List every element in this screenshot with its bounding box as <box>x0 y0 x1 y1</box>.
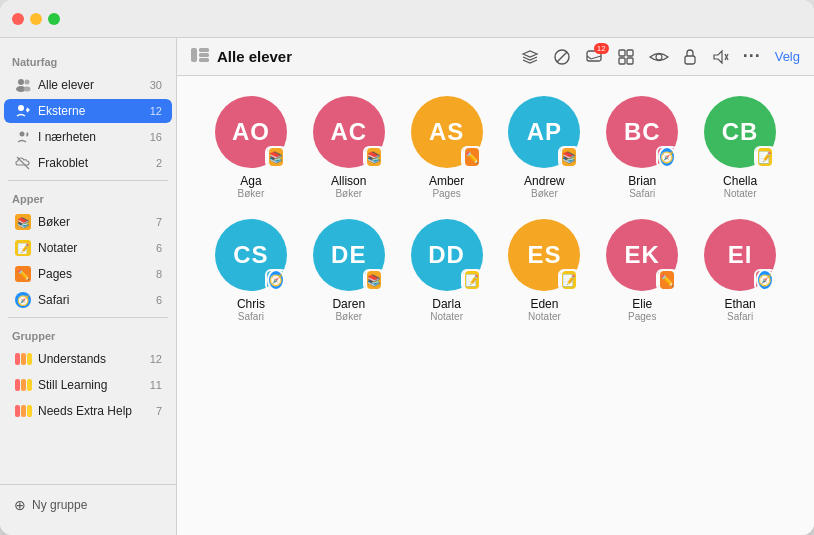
minimize-button[interactable] <box>30 13 42 25</box>
sidebar-bottom: ⊕ Ny gruppe <box>0 484 176 525</box>
main-content: Naturfag Alle elever 30 <box>0 38 814 535</box>
svg-rect-7 <box>191 48 197 62</box>
app-badge-icon: 📚 <box>265 146 287 168</box>
slash-circle-icon[interactable] <box>553 48 571 66</box>
sidebar-item-label: Notater <box>38 241 152 255</box>
app-badge-icon: ✏️ <box>656 269 678 291</box>
app-badge-icon: 📚 <box>363 269 385 291</box>
sidebar-item-understands[interactable]: Understands 12 <box>4 347 172 371</box>
student-card[interactable]: ES 📝 Eden Notater <box>501 219 589 322</box>
page-title: Alle elever <box>217 48 292 65</box>
student-name: Andrew <box>524 174 565 188</box>
student-name: Aga <box>240 174 261 188</box>
student-app: Bøker <box>335 311 362 322</box>
sidebar-item-label: Safari <box>38 293 152 307</box>
student-name: Eden <box>530 297 558 311</box>
sidebar-item-safari[interactable]: 🧭 Safari 6 <box>4 288 172 312</box>
grid-icon[interactable] <box>617 48 635 66</box>
student-app: Pages <box>628 311 656 322</box>
student-name: Amber <box>429 174 464 188</box>
app-badge-icon: 📝 <box>754 146 776 168</box>
close-button[interactable] <box>12 13 24 25</box>
sidebar-item-alle-elever[interactable]: Alle elever 30 <box>4 73 172 97</box>
sidebar-item-eksterne[interactable]: Eksterne 12 <box>4 99 172 123</box>
sidebar-item-count: 6 <box>156 242 162 254</box>
student-card[interactable]: BC 🧭 Brian Safari <box>598 96 686 199</box>
eye-icon[interactable] <box>649 50 669 64</box>
avatar-wrap: CS 🧭 <box>215 219 287 291</box>
layers-icon[interactable] <box>521 48 539 66</box>
student-card[interactable]: EI 🧭 Ethan Safari <box>696 219 784 322</box>
sidebar-item-still-learning[interactable]: Still Learning 11 <box>4 373 172 397</box>
avatar-wrap: EK ✏️ <box>606 219 678 291</box>
sidebar-item-i-naerheten[interactable]: I nærheten 16 <box>4 125 172 149</box>
student-name: Brian <box>628 174 656 188</box>
maximize-button[interactable] <box>48 13 60 25</box>
sidebar-divider-2 <box>8 317 168 318</box>
sidebar-item-label: Understands <box>38 352 146 366</box>
app-badge-icon: ✏️ <box>461 146 483 168</box>
student-name: Darla <box>432 297 461 311</box>
student-name: Chella <box>723 174 757 188</box>
sidebar-item-boker[interactable]: 📚 Bøker 7 <box>4 210 172 234</box>
avatar-wrap: AO 📚 <box>215 96 287 168</box>
sidebar-item-label: I nærheten <box>38 130 146 144</box>
avatar-wrap: CB 📝 <box>704 96 776 168</box>
student-app: Safari <box>629 188 655 199</box>
person-group-icon <box>14 76 32 94</box>
student-card[interactable]: AO 📚 Aga Bøker <box>207 96 295 199</box>
sidebar-item-label: Alle elever <box>38 78 146 92</box>
student-card[interactable]: CB 📝 Chella Notater <box>696 96 784 199</box>
student-app: Pages <box>432 188 460 199</box>
app-badge-icon: 🧭 <box>265 269 287 291</box>
student-app: Notater <box>528 311 561 322</box>
student-card[interactable]: DE 📚 Daren Bøker <box>305 219 393 322</box>
app-badge-icon: 📚 <box>558 146 580 168</box>
velg-button[interactable]: Velg <box>775 49 800 64</box>
sidebar-toggle-icon[interactable] <box>191 48 209 65</box>
student-app: Notater <box>430 311 463 322</box>
svg-point-18 <box>656 54 662 60</box>
student-card[interactable]: AC 📚 Allison Bøker <box>305 96 393 199</box>
student-app: Bøker <box>531 188 558 199</box>
avatar-wrap: DE 📚 <box>313 219 385 291</box>
message-icon[interactable]: 12 <box>585 48 603 66</box>
mute-icon[interactable] <box>711 48 729 66</box>
student-card[interactable]: AS ✏️ Amber Pages <box>403 96 491 199</box>
sidebar-item-label: Needs Extra Help <box>38 404 152 418</box>
header-right: 12 <box>521 46 800 67</box>
student-card[interactable]: EK ✏️ Elie Pages <box>598 219 686 322</box>
ny-gruppe-label: Ny gruppe <box>32 498 87 512</box>
sidebar-section-apper: Apper <box>0 185 176 209</box>
avatar-wrap: BC 🧭 <box>606 96 678 168</box>
sidebar-item-count: 12 <box>150 353 162 365</box>
person-arrow-icon <box>14 102 32 120</box>
avatar-wrap: EI 🧭 <box>704 219 776 291</box>
lock-icon[interactable] <box>683 48 697 66</box>
note-icon: 📝 <box>14 239 32 257</box>
sidebar-item-label: Frakoblet <box>38 156 152 170</box>
group-understands-icon <box>14 350 32 368</box>
avatar-wrap: AC 📚 <box>313 96 385 168</box>
group-still-learning-icon <box>14 376 32 394</box>
sidebar-item-notater[interactable]: 📝 Notater 6 <box>4 236 172 260</box>
group-needs-extra-help-icon <box>14 402 32 420</box>
student-name: Chris <box>237 297 265 311</box>
sidebar-item-count: 30 <box>150 79 162 91</box>
sidebar-item-label: Pages <box>38 267 152 281</box>
titlebar <box>0 0 814 38</box>
svg-point-2 <box>25 80 30 85</box>
sidebar-item-needs-extra-help[interactable]: Needs Extra Help 7 <box>4 399 172 423</box>
student-grid: AO 📚 Aga Bøker AC 📚 Allison Bøker AS ✏️ … <box>207 96 784 322</box>
ny-gruppe-button[interactable]: ⊕ Ny gruppe <box>4 493 172 517</box>
student-card[interactable]: AP 📚 Andrew Bøker <box>501 96 589 199</box>
sidebar-item-count: 6 <box>156 294 162 306</box>
more-icon[interactable]: ··· <box>743 46 761 67</box>
app-window: Naturfag Alle elever 30 <box>0 0 814 535</box>
sidebar-item-pages[interactable]: ✏️ Pages 8 <box>4 262 172 286</box>
svg-point-0 <box>18 79 24 85</box>
svg-rect-9 <box>199 53 209 57</box>
student-card[interactable]: DD 📝 Darla Notater <box>403 219 491 322</box>
sidebar-item-frakoblet[interactable]: Frakoblet 2 <box>4 151 172 175</box>
student-card[interactable]: CS 🧭 Chris Safari <box>207 219 295 322</box>
